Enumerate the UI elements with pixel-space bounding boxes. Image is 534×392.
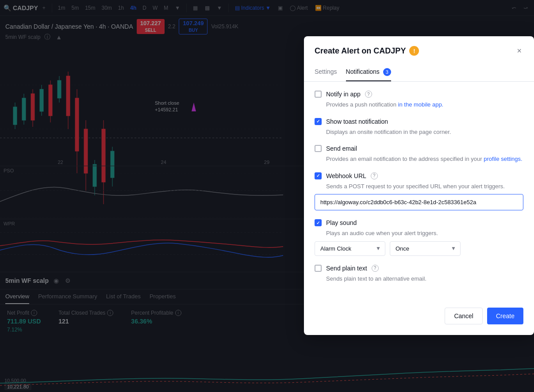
- webhook-url-input[interactable]: [315, 194, 523, 210]
- create-button[interactable]: Create: [487, 308, 523, 324]
- send-email-desc: Provides an email notification to the ad…: [315, 155, 523, 164]
- notify-in-app-desc: Provides a push notification in the mobi…: [315, 100, 523, 109]
- warning-icon: !: [409, 46, 419, 56]
- modal-close-button[interactable]: ×: [515, 45, 523, 57]
- show-toast-checkbox[interactable]: [315, 118, 322, 125]
- webhook-url-checkbox[interactable]: [315, 172, 322, 179]
- webhook-url-row: Webhook URL ? Sends a POST request to yo…: [315, 172, 523, 211]
- play-sound-label: Play sound: [326, 219, 357, 226]
- send-email-label: Send email: [326, 145, 357, 152]
- webhook-url-desc: Sends a POST request to your specified U…: [315, 182, 523, 191]
- send-plain-text-help[interactable]: ?: [372, 265, 379, 272]
- cancel-button[interactable]: Cancel: [445, 308, 483, 324]
- modal-footer: Cancel Create: [304, 301, 534, 335]
- create-alert-modal: Create Alert on CADJPY ! × Settings Noti…: [304, 36, 534, 335]
- notifications-badge: 3: [383, 68, 391, 76]
- mobile-app-link[interactable]: in the mobile app.: [398, 101, 444, 108]
- sound-freq-wrap: Once Repeat Per Bar Close ▼: [390, 241, 461, 256]
- modal-tab-settings[interactable]: Settings: [315, 64, 337, 81]
- play-sound-row: Play sound Plays an audio cue when your …: [315, 219, 523, 256]
- play-sound-desc: Plays an audio cue when your alert trigg…: [315, 229, 523, 238]
- notify-in-app-help[interactable]: ?: [365, 91, 372, 98]
- sound-freq-select[interactable]: Once Repeat Per Bar Close: [390, 241, 461, 256]
- send-plain-text-desc: Sends plain text to an alternative email…: [315, 274, 523, 283]
- show-toast-row: Show toast notification Displays an onsi…: [315, 118, 523, 137]
- sound-dropdowns: Alarm Clock Custom 1 Bell Chime ▼ Once R…: [315, 241, 523, 256]
- send-email-row: Send email Provides an email notificatio…: [315, 145, 523, 164]
- modal-tabs: Settings Notifications 3: [304, 64, 534, 82]
- profile-settings-link[interactable]: profile settings.: [484, 156, 522, 162]
- webhook-url-label: Webhook URL: [326, 172, 366, 179]
- send-plain-text-checkbox[interactable]: [315, 265, 322, 272]
- sound-type-wrap: Alarm Clock Custom 1 Bell Chime ▼: [315, 241, 385, 256]
- sound-type-select[interactable]: Alarm Clock Custom 1 Bell Chime: [315, 241, 385, 256]
- modal-header: Create Alert on CADJPY ! ×: [304, 36, 534, 57]
- modal-title: Create Alert on CADJPY !: [315, 46, 419, 56]
- modal-body: Notify in app ? Provides a push notifica…: [304, 82, 534, 301]
- send-plain-text-label: Send plain text: [326, 265, 367, 272]
- webhook-url-help[interactable]: ?: [371, 172, 378, 179]
- notify-in-app-checkbox[interactable]: [315, 91, 322, 98]
- show-toast-label: Show toast notification: [326, 118, 388, 125]
- send-email-checkbox[interactable]: [315, 145, 322, 152]
- show-toast-desc: Displays an onsite notification in the p…: [315, 128, 523, 137]
- modal-tab-notifications[interactable]: Notifications 3: [346, 64, 391, 81]
- send-plain-text-row: Send plain text ? Sends plain text to an…: [315, 265, 523, 283]
- notify-in-app-label: Notify in app: [326, 91, 361, 98]
- play-sound-checkbox[interactable]: [315, 219, 322, 226]
- notify-in-app-row: Notify in app ? Provides a push notifica…: [315, 91, 523, 109]
